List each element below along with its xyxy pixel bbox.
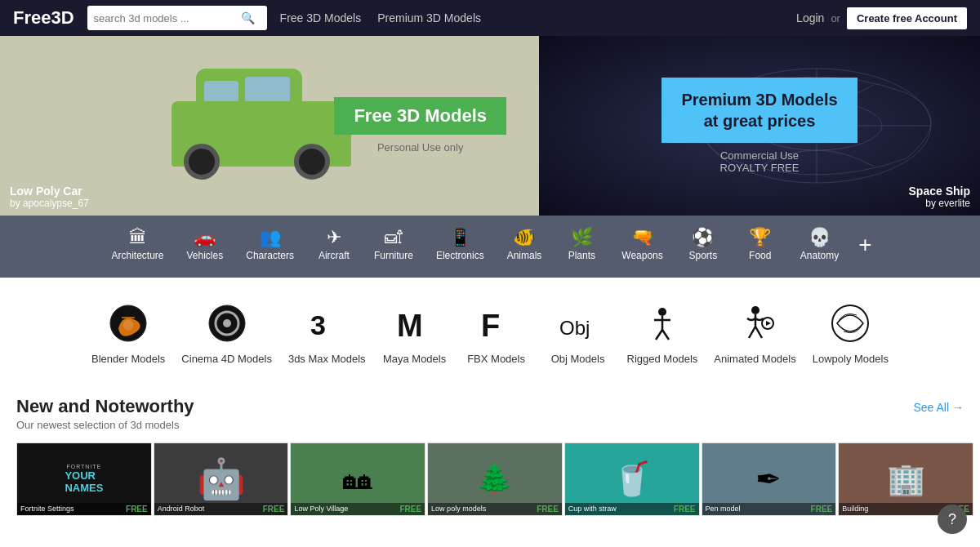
cat-vehicles[interactable]: 🚗 Vehicles [176,224,235,266]
cat-characters-label: Characters [246,250,294,261]
cat-architecture[interactable]: 🏛 Architecture [100,224,175,266]
model-type-obj[interactable]: Obj Obj Models [537,300,619,367]
see-all-link[interactable]: See All [913,401,964,414]
hero-left-cta[interactable]: Free 3D Models Personal Use only [334,97,506,154]
model-type-fbx[interactable]: F FBX Models [456,300,537,367]
thumb-1-price: FREE [126,505,148,514]
cat-sports-label: Sports [688,250,717,261]
lowpoly-icon [827,300,873,346]
search-input[interactable] [94,12,241,24]
thumb-4-price: FREE [537,505,559,514]
cat-food[interactable]: 🏆 Food [732,224,789,266]
cat-plants[interactable]: 🌿 Plants [553,224,610,266]
model-type-maya[interactable]: M Maya Models [374,300,456,367]
model-type-cinema4d[interactable]: Cinema 4D Models [173,300,280,367]
thumbnail-2[interactable]: 🤖 Android Robot FREE [154,442,289,516]
hero-right-cta[interactable]: Premium 3D Models at great prices Commer… [662,78,857,174]
animals-icon: 🐠 [513,229,535,247]
lowpoly-label: Lowpoly Models [813,353,889,367]
lowpoly-emoji: 🌲 [476,462,513,496]
cat-animals[interactable]: 🐠 Animals [496,224,554,266]
thumbnail-6[interactable]: ✒ Pen model FREE [702,442,837,516]
thumb-5-price: FREE [674,505,696,514]
premium-badge[interactable]: Premium 3D Models at great prices [662,78,857,143]
fbx-icon: F [474,300,519,346]
thumb-6-title: Pen model [706,505,741,514]
free-badge[interactable]: Free 3D Models [334,97,506,135]
cat-electronics[interactable]: 📱 Electronics [425,224,496,266]
thumb-4-label: Low poly models FREE [428,503,562,515]
thumbnail-5[interactable]: 🥤 Cup with straw FREE [564,442,700,516]
3dsmax-icon: 3 [304,300,350,346]
thumb-2-price: FREE [263,505,285,514]
cat-aircraft[interactable]: ✈ Aircraft [305,224,363,266]
search-icon[interactable]: 🔍 [241,11,255,24]
header-auth: Login or Create free Account [796,7,967,29]
aircraft-icon: ✈ [327,229,341,247]
search-bar: 🔍 [87,6,267,30]
hero-right[interactable]: Premium 3D Models at great prices Commer… [539,36,980,216]
thumb-5-title: Cup with straw [568,505,617,514]
model-type-lowpoly[interactable]: Lowpoly Models [804,300,897,367]
cat-sports[interactable]: ⚽ Sports [675,224,732,266]
thumb-1-title: Fortnite Settings [20,505,74,514]
cat-food-label: Food [749,250,771,261]
svg-text:F: F [481,309,500,343]
logo[interactable]: Free3D [13,7,74,29]
hero-left[interactable]: Free 3D Models Personal Use only Low Pol… [0,36,539,216]
section-header: New and Noteworthy Our newest selection … [0,383,980,434]
android-emoji: 🤖 [197,456,246,502]
royalty-label: ROYALTY FREE [720,162,800,174]
svg-point-19 [658,308,666,316]
blender-icon [105,300,151,346]
left-model-by: by apocalypse_67 [10,198,89,209]
cat-vehicles-label: Vehicles [187,250,224,261]
cat-aircraft-label: Aircraft [318,250,350,261]
main-nav: Free 3D Models Premium 3D Models [280,11,784,24]
fbx-label: FBX Models [467,353,525,367]
thumb-1-label: Fortnite Settings FREE [17,503,151,515]
header: Free3D 🔍 Free 3D Models Premium 3D Model… [0,0,980,36]
premium-badge-line1: Premium 3D Models [681,91,837,109]
category-nav: 🏛 Architecture 🚗 Vehicles 👥 Characters ✈… [0,216,980,278]
hero-banner: Free 3D Models Personal Use only Low Pol… [0,36,980,216]
food-icon: 🏆 [749,229,771,247]
svg-point-7 [122,319,134,331]
cat-furniture-label: Furniture [374,250,413,261]
obj-icon: Obj [555,300,601,346]
pen-emoji: ✒ [755,461,782,497]
maya-icon: M [392,300,438,346]
thumbnail-4[interactable]: 🌲 Low poly models FREE [427,442,563,516]
thumbnail-3[interactable]: 🏘 Low Poly Village FREE [290,442,425,516]
cat-furniture[interactable]: 🛋 Furniture [363,224,425,266]
thumb-6-price: FREE [811,505,833,514]
svg-line-27 [755,327,762,338]
cup-emoji: 🥤 [612,460,653,498]
section-subtitle: Our newest selection of 3d models [16,419,194,431]
nav-free-models[interactable]: Free 3D Models [280,11,362,24]
model-type-rigged[interactable]: Rigged Models [619,300,706,367]
svg-text:M: M [397,309,423,343]
cat-animals-label: Animals [507,250,542,261]
nav-premium-models[interactable]: Premium 3D Models [377,11,481,24]
thumbnail-1[interactable]: FORTNITE YOURNAMES Fortnite Settings FRE… [16,442,152,516]
section-title-area: New and Noteworthy Our newest selection … [16,396,194,431]
more-categories-button[interactable]: + [850,232,880,258]
model-type-animated[interactable]: Animated Models [706,300,804,367]
svg-line-22 [656,330,662,340]
cat-characters[interactable]: 👥 Characters [234,224,305,266]
cat-weapons-label: Weapons [621,250,662,261]
cat-anatomy[interactable]: 💀 Anatomy [789,224,850,266]
right-model-name: Space Ship [909,185,970,198]
architecture-icon: 🏛 [129,229,147,247]
login-link[interactable]: Login [796,11,824,24]
model-type-3dsmax[interactable]: 3 3ds Max Models [280,300,374,367]
electronics-icon: 📱 [449,229,471,247]
model-type-blender[interactable]: Blender Models [83,300,173,367]
commercial-use-text: Commercial Use ROYALTY FREE [662,149,857,174]
plants-icon: 🌿 [571,229,593,247]
cat-weapons[interactable]: 🔫 Weapons [610,224,674,266]
fortnite-title: YOURNAMES [65,469,103,494]
svg-line-26 [749,327,755,338]
create-account-button[interactable]: Create free Account [847,7,967,29]
